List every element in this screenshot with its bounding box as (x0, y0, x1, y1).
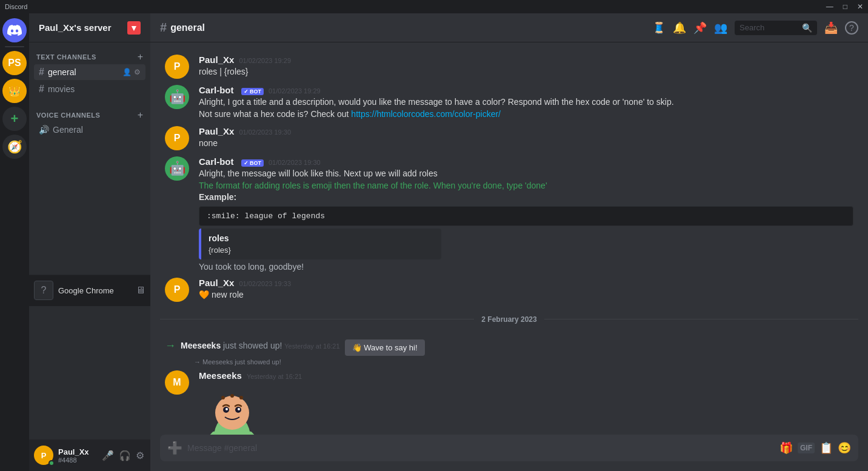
svg-point-4 (225, 408, 228, 410)
server-icon-discord[interactable] (2, 18, 27, 42)
server-icon-plus[interactable]: + (2, 107, 27, 131)
user-name: Paul_Xx (58, 447, 96, 456)
text-channels-label[interactable]: TEXT CHANNELS (36, 53, 96, 61)
svg-point-11 (230, 394, 234, 398)
titlebar: Discord — □ ✕ (0, 0, 868, 13)
attachment-icon[interactable]: 📋 (820, 441, 833, 455)
search-icon: 🔍 (802, 23, 812, 33)
voice-channel-name: General (53, 125, 83, 135)
voice-channels-section: VOICE CHANNELS + 🔊 General (29, 101, 150, 141)
system-message: → Meeseeks just showed up! Yesterday at … (160, 335, 858, 357)
message-text-3: Example: (199, 192, 853, 204)
message-group: P Paul_Xx 01/02/2023 19:29 roles | {role… (160, 52, 858, 81)
message-timestamp: 01/02/2023 19:30 (239, 129, 291, 136)
add-text-channel-icon[interactable]: + (138, 52, 143, 62)
meeseeks-message-group: M Meeseeks Yesterday at 16:21 (160, 368, 858, 435)
headphone-icon[interactable]: 🎧 (118, 449, 132, 463)
server-name: Paul_Xx's server (39, 22, 112, 33)
avatar[interactable]: P (165, 278, 189, 302)
channel-hash-icon: # (39, 67, 44, 78)
system-text: Meeseeks just showed up! Yesterday at 16… (181, 341, 340, 350)
messages-area: P Paul_Xx 01/02/2023 19:29 roles | {role… (150, 42, 868, 435)
svg-point-5 (238, 408, 240, 410)
wave-button[interactable]: 👋 Wave to say hi! (345, 339, 425, 356)
notifications-icon[interactable]: 🔔 (673, 21, 686, 35)
message-group: P Paul_Xx 01/02/2023 19:33 🧡 new role (160, 275, 858, 304)
user-avatar[interactable]: P (34, 446, 53, 465)
bot-avatar[interactable]: 🤖 (165, 85, 189, 109)
minimize-btn[interactable]: — (826, 2, 833, 11)
message-author[interactable]: Paul_Xx (199, 278, 234, 288)
message-author[interactable]: Paul_Xx (199, 55, 234, 65)
mic-icon[interactable]: 🎤 (101, 449, 115, 463)
search-box[interactable]: Search 🔍 (735, 21, 817, 35)
channel-members-icon[interactable]: 👤 (122, 68, 132, 76)
emoji-icon[interactable]: 😊 (838, 441, 851, 455)
message-group: 🤖 Carl-bot ✓ BOT 01/02/2023 19:30 Alrigh… (160, 154, 858, 274)
server-icon-explore[interactable]: 🧭 (2, 135, 27, 159)
maximize-btn[interactable]: □ (843, 2, 847, 11)
avatar[interactable]: P (165, 126, 189, 150)
message-timestamp: 01/02/2023 19:33 (239, 280, 291, 287)
channel-name-movies: movies (48, 84, 75, 94)
input-plus-icon[interactable]: ➕ (167, 441, 182, 455)
code-block: :smile: league of legends (199, 206, 853, 226)
user-discriminator: #4488 (58, 456, 96, 464)
channel-item-movies[interactable]: # movies (34, 81, 145, 97)
gif-icon[interactable]: GIF (798, 443, 815, 453)
embed: roles {roles} (199, 229, 441, 259)
message-text: Alright, the message will look like this… (199, 168, 853, 180)
dropdown-button[interactable]: ▼ (127, 21, 141, 35)
message-author-carlbot2[interactable]: Carl-bot (199, 156, 234, 167)
close-btn[interactable]: ✕ (857, 2, 863, 11)
message-text: none (199, 138, 853, 150)
channel-header: # general (160, 21, 205, 35)
voice-channels-label[interactable]: VOICE CHANNELS (36, 112, 100, 119)
svg-point-12 (239, 396, 243, 399)
meeseeks-image (199, 386, 853, 435)
message-author[interactable]: Paul_Xx (199, 126, 234, 136)
pin-icon[interactable]: 📌 (693, 21, 707, 35)
members-icon[interactable]: 👥 (714, 21, 727, 35)
embed-desc: {roles} (209, 246, 434, 255)
channel-item-general[interactable]: # general 👤 ⚙ (34, 64, 145, 80)
server-list: PS 👑 + 🧭 (0, 13, 29, 471)
message-author-carlbot[interactable]: Carl-bot (199, 85, 234, 95)
input-placeholder[interactable]: Message #general (187, 443, 775, 453)
threads-icon[interactable]: 🧵 (652, 21, 666, 35)
message-timestamp: 01/02/2023 19:30 (269, 159, 321, 166)
embed-title: roles (209, 233, 434, 243)
color-picker-link[interactable]: https://htmlcolorcodes.com/color-picker/ (351, 109, 501, 119)
svg-point-10 (221, 396, 225, 399)
bot-verified-badge2: ✓ BOT (241, 159, 264, 167)
text-channels-section: TEXT CHANNELS + # general 👤 ⚙ # movies (29, 42, 150, 101)
user-panel: P Paul_Xx #4488 🎤 🎧 ⚙ (29, 439, 150, 471)
timeout-message: You took too long, goodbye! (199, 262, 853, 272)
server-icon-ps[interactable]: PS (2, 51, 27, 75)
channel-item-general-voice[interactable]: 🔊 General (34, 122, 145, 137)
server-header[interactable]: Paul_Xx's server ▼ (29, 13, 150, 42)
message-input-area: ➕ Message #general 🎁 GIF 📋 😊 (150, 435, 868, 471)
app-title: Discord (5, 3, 27, 10)
bot-avatar[interactable]: 🤖 (165, 156, 189, 181)
settings-icon[interactable]: ⚙ (135, 449, 145, 463)
reply-indicator: → Meeseeks just showed up! (160, 358, 858, 366)
inbox-icon[interactable]: 📥 (824, 21, 838, 35)
gift-icon[interactable]: 🎁 (780, 441, 793, 455)
meeseeks-avatar[interactable]: M (165, 370, 189, 395)
topbar-channel-name: general (170, 22, 205, 33)
svg-point-1 (215, 396, 249, 430)
add-voice-channel-icon[interactable]: + (138, 110, 143, 120)
channel-settings-icon[interactable]: ⚙ (134, 68, 141, 76)
bot-icon: ? (34, 281, 53, 300)
bot-action-icon[interactable]: 🖥 (136, 285, 145, 296)
bot-verified-badge: ✓ BOT (241, 88, 264, 95)
meeseeks-author[interactable]: Meeseeks (199, 370, 242, 381)
channel-sidebar: Paul_Xx's server ▼ TEXT CHANNELS + # gen… (29, 13, 150, 471)
channel-name-general: general (48, 67, 76, 77)
avatar[interactable]: P (165, 55, 189, 79)
server-icon-crown[interactable]: 👑 (2, 79, 27, 103)
help-icon[interactable]: ? (845, 21, 858, 35)
join-arrow-icon: → (165, 339, 176, 352)
date-divider: 2 February 2023 (160, 315, 858, 324)
